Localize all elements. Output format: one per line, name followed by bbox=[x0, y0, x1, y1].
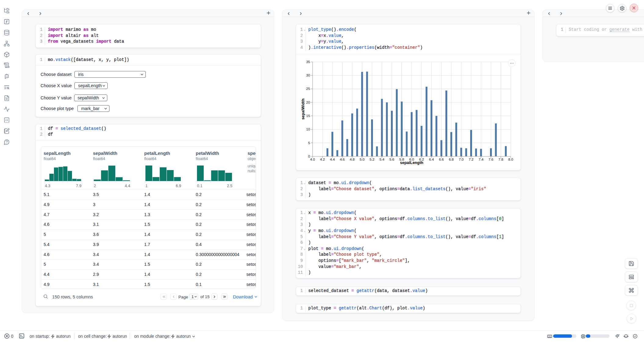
svg-text:7.8: 7.8 bbox=[498, 157, 503, 161]
svg-text:5: 5 bbox=[308, 141, 310, 145]
svg-text:sepalWidth: sepalWidth bbox=[301, 98, 305, 119]
svg-text:5.4: 5.4 bbox=[379, 157, 385, 161]
svg-text:sepalLength: sepalLength bbox=[400, 160, 424, 165]
svg-text:5.0: 5.0 bbox=[360, 157, 364, 161]
svg-text:7.4: 7.4 bbox=[478, 157, 484, 161]
svg-text:7.2: 7.2 bbox=[469, 157, 474, 161]
svg-text:6.8: 6.8 bbox=[449, 157, 454, 161]
svg-text:4.2: 4.2 bbox=[320, 157, 325, 161]
svg-text:20: 20 bbox=[306, 100, 310, 104]
svg-text:4.4: 4.4 bbox=[330, 157, 335, 161]
svg-text:4.0: 4.0 bbox=[310, 157, 315, 161]
svg-text:10: 10 bbox=[306, 127, 310, 131]
svg-text:6.4: 6.4 bbox=[429, 157, 434, 161]
svg-text:6.6: 6.6 bbox=[439, 157, 444, 161]
svg-text:7.6: 7.6 bbox=[488, 157, 493, 161]
svg-text:35: 35 bbox=[306, 60, 310, 64]
svg-text:30: 30 bbox=[306, 73, 310, 77]
svg-text:4.6: 4.6 bbox=[340, 157, 345, 161]
svg-text:8.0: 8.0 bbox=[508, 157, 513, 161]
svg-text:25: 25 bbox=[306, 87, 310, 91]
svg-text:5.6: 5.6 bbox=[389, 157, 394, 161]
svg-text:0: 0 bbox=[308, 154, 310, 158]
svg-text:7.0: 7.0 bbox=[459, 157, 463, 161]
svg-text:5.2: 5.2 bbox=[370, 157, 374, 161]
svg-text:4.8: 4.8 bbox=[350, 157, 355, 161]
svg-text:15: 15 bbox=[306, 114, 310, 118]
